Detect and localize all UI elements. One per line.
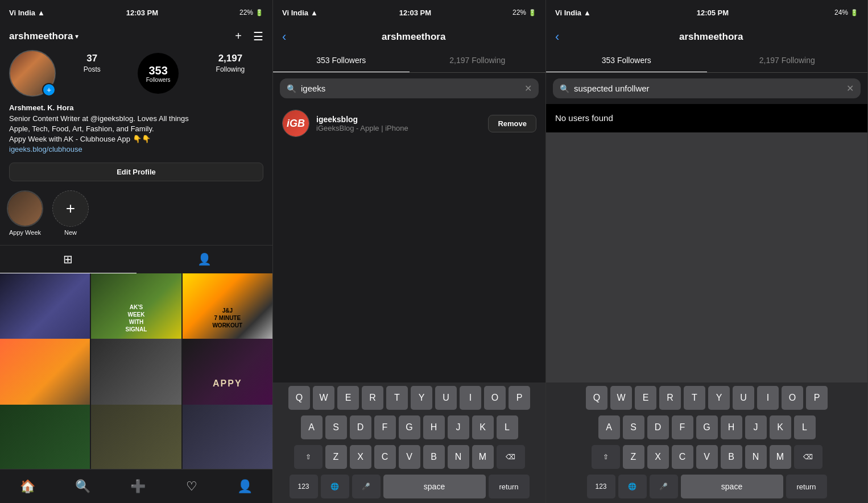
following-stat[interactable]: 2,197 Following — [216, 53, 245, 94]
key-c-p3[interactable]: C — [672, 445, 693, 469]
key-u-p3[interactable]: U — [733, 386, 754, 410]
tagged-tab[interactable]: 👤 — [137, 246, 273, 273]
nav-add-icon[interactable]: ➕ — [126, 475, 150, 498]
key-s-p2[interactable]: S — [325, 415, 347, 439]
key-123-p2[interactable]: 123 — [290, 475, 318, 498]
key-p-p2[interactable]: P — [509, 386, 530, 410]
key-h-p3[interactable]: H — [721, 415, 742, 439]
key-o-p3[interactable]: O — [782, 386, 803, 410]
story-circle-appyweek[interactable] — [7, 190, 43, 227]
key-c-p2[interactable]: C — [374, 445, 396, 469]
key-mic-p2[interactable]: 🎤 — [352, 475, 381, 498]
remove-button[interactable]: Remove — [488, 115, 536, 132]
grid-item-7[interactable] — [0, 405, 90, 469]
key-r-p2[interactable]: R — [362, 386, 383, 410]
grid-item-8[interactable] — [91, 405, 181, 469]
key-w-p3[interactable]: W — [610, 386, 632, 410]
followers-badge[interactable]: 353 Followers — [138, 53, 179, 94]
key-j-p3[interactable]: J — [745, 415, 767, 439]
key-j-p2[interactable]: J — [448, 415, 469, 439]
key-t-p3[interactable]: T — [684, 386, 705, 410]
grid-item-9[interactable] — [183, 405, 272, 469]
search-bar-p3[interactable]: 🔍 suspected unfollwer ✕ — [553, 78, 861, 98]
nav-search-icon[interactable]: 🔍 — [71, 475, 95, 498]
key-space-p3[interactable]: space — [681, 475, 783, 498]
follower-item-igeeks[interactable]: iGB igeeksblog iGeeksBlog - Apple | iPho… — [273, 104, 545, 143]
chevron-down-icon[interactable]: ▾ — [75, 32, 78, 40]
key-o-p2[interactable]: O — [484, 386, 506, 410]
key-a-p3[interactable]: A — [598, 415, 620, 439]
edit-profile-button[interactable]: Edit Profile — [9, 163, 263, 181]
key-e-p3[interactable]: E — [635, 386, 656, 410]
key-i-p3[interactable]: I — [757, 386, 779, 410]
key-e-p2[interactable]: E — [337, 386, 359, 410]
key-return-p3[interactable]: return — [786, 475, 827, 498]
key-m-p3[interactable]: M — [770, 445, 791, 469]
key-space-p2[interactable]: space — [383, 475, 486, 498]
key-n-p2[interactable]: N — [448, 445, 469, 469]
key-k-p2[interactable]: K — [472, 415, 494, 439]
username-row[interactable]: arshmeethora ▾ — [9, 31, 78, 42]
key-d-p3[interactable]: D — [647, 415, 669, 439]
followers-tab-p2[interactable]: 353 Followers — [273, 49, 410, 72]
bio-link[interactable]: igeeks.blog/clubhouse — [9, 145, 263, 153]
key-p-p3[interactable]: P — [806, 386, 828, 410]
key-x-p3[interactable]: X — [647, 445, 669, 469]
key-x-p2[interactable]: X — [350, 445, 371, 469]
key-shift-p3[interactable]: ⇧ — [592, 445, 620, 469]
key-globe-p3[interactable]: 🌐 — [618, 475, 647, 498]
key-shift-p2[interactable]: ⇧ — [294, 445, 323, 469]
story-circle-new[interactable]: + — [52, 190, 89, 227]
search-clear-p2[interactable]: ✕ — [524, 83, 532, 94]
key-h-p2[interactable]: H — [423, 415, 445, 439]
nav-heart-icon[interactable]: ♡ — [181, 475, 202, 498]
key-return-p2[interactable]: return — [489, 475, 530, 498]
grid-tab[interactable]: ⊞ — [0, 246, 137, 273]
followers-stat[interactable]: 353 Followers — [138, 53, 179, 94]
add-story-button[interactable]: + — [42, 83, 56, 97]
key-g-p2[interactable]: G — [399, 415, 420, 439]
search-input-p2[interactable]: igeeks — [301, 84, 520, 93]
key-v-p3[interactable]: V — [696, 445, 718, 469]
menu-icon[interactable]: ☰ — [253, 30, 263, 43]
key-delete-p2[interactable]: ⌫ — [497, 445, 525, 469]
key-l-p3[interactable]: L — [794, 415, 816, 439]
key-y-p2[interactable]: Y — [411, 386, 432, 410]
key-s-p3[interactable]: S — [623, 415, 644, 439]
key-k-p3[interactable]: K — [770, 415, 791, 439]
key-q-p3[interactable]: Q — [586, 386, 607, 410]
key-l-p2[interactable]: L — [497, 415, 518, 439]
key-a-p2[interactable]: A — [301, 415, 323, 439]
key-g-p3[interactable]: G — [696, 415, 718, 439]
key-123-p3[interactable]: 123 — [587, 475, 615, 498]
following-tab-p2[interactable]: 2,197 Following — [410, 49, 546, 72]
search-input-p3[interactable]: suspected unfollwer — [574, 84, 842, 93]
key-q-p2[interactable]: Q — [288, 386, 310, 410]
posts-stat[interactable]: 37 Posts — [84, 53, 101, 94]
key-b-p3[interactable]: B — [721, 445, 742, 469]
key-w-p2[interactable]: W — [313, 386, 334, 410]
key-v-p2[interactable]: V — [399, 445, 420, 469]
key-globe-p2[interactable]: 🌐 — [321, 475, 349, 498]
key-y-p3[interactable]: Y — [708, 386, 730, 410]
add-post-icon[interactable]: + — [235, 30, 242, 43]
key-z-p2[interactable]: Z — [325, 445, 347, 469]
key-b-p2[interactable]: B — [423, 445, 445, 469]
key-mic-p3[interactable]: 🎤 — [650, 475, 678, 498]
key-t-p2[interactable]: T — [386, 386, 408, 410]
key-r-p3[interactable]: R — [659, 386, 681, 410]
back-button-p2[interactable]: ‹ — [282, 30, 286, 44]
following-tab-p3[interactable]: 2,197 Following — [707, 49, 868, 72]
key-delete-p3[interactable]: ⌫ — [794, 445, 822, 469]
key-i-p2[interactable]: I — [460, 386, 481, 410]
key-f-p2[interactable]: F — [374, 415, 396, 439]
key-d-p2[interactable]: D — [350, 415, 371, 439]
followers-tab-p3[interactable]: 353 Followers — [546, 49, 707, 72]
key-u-p2[interactable]: U — [435, 386, 457, 410]
back-button-p3[interactable]: ‹ — [555, 30, 559, 44]
search-bar-p2[interactable]: 🔍 igeeks ✕ — [280, 78, 539, 98]
key-f-p3[interactable]: F — [672, 415, 693, 439]
search-clear-p3[interactable]: ✕ — [846, 83, 854, 94]
nav-profile-icon[interactable]: 👤 — [233, 475, 257, 498]
key-z-p3[interactable]: Z — [623, 445, 644, 469]
